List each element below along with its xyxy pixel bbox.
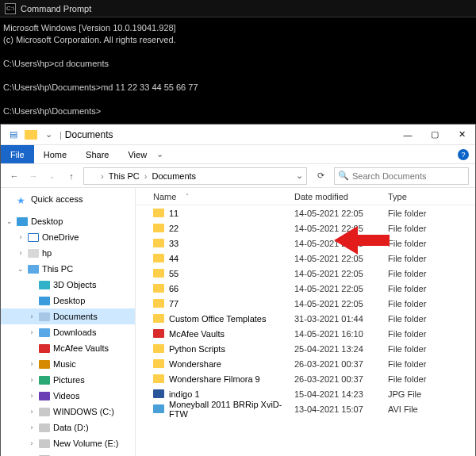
mv-icon <box>39 344 50 353</box>
breadcrumb-thispc[interactable]: This PC <box>106 171 142 181</box>
qat-customize-icon[interactable]: ⌄ <box>40 127 56 143</box>
cloud-icon <box>28 233 39 242</box>
expand-icon[interactable]: ⌄ <box>17 265 25 273</box>
tree-item[interactable]: ›★Quick access <box>1 191 135 207</box>
search-input[interactable]: 🔍 Search Documents <box>334 167 469 185</box>
file-type: File folder <box>382 329 475 339</box>
file-row[interactable]: 7714-05-2021 22:05File folder <box>136 296 475 311</box>
expand-icon[interactable]: › <box>28 439 36 447</box>
expand-icon[interactable]: › <box>17 233 25 241</box>
expand-icon[interactable]: › <box>17 249 25 257</box>
breadcrumb-documents[interactable]: Documents <box>149 171 198 181</box>
tab-file[interactable]: File <box>1 145 34 163</box>
tree-item-label: New Volume (E:) <box>53 439 119 448</box>
breadcrumb-dropdown-icon[interactable]: ⌄ <box>296 171 303 181</box>
file-type: AVI File <box>382 404 475 414</box>
file-row[interactable]: 5514-05-2021 22:05File folder <box>136 266 475 281</box>
tree-item[interactable]: ›hp <box>1 245 135 261</box>
desk-icon <box>17 217 28 226</box>
nav-up-button[interactable]: ↑ <box>64 169 79 183</box>
ribbon-expand-icon[interactable]: ⌄ <box>156 145 168 163</box>
tree-item[interactable]: ⌄This PC <box>1 261 135 277</box>
tree-item[interactable]: ›Data (D:) <box>1 420 135 435</box>
tree-item[interactable]: ›New Volume (E:) <box>1 435 135 451</box>
file-row[interactable]: Python Scripts25-04-2021 13:24File folde… <box>136 341 475 356</box>
file-type: File folder <box>382 224 475 233</box>
file-row[interactable]: Moneyball 2011 BRRip XviD-FTW13-04-2021 … <box>136 401 475 416</box>
tree-item[interactable]: ›3D Objects <box>1 277 135 293</box>
file-row[interactable]: 2214-05-2021 22:05File folder <box>136 220 475 236</box>
file-date: 14-05-2021 22:05 <box>294 224 382 233</box>
file-row[interactable]: 1114-05-2021 22:05File folder <box>136 205 475 220</box>
ribbon-tabs: File Home Share View ⌄ ? <box>1 145 475 164</box>
qat-properties-icon[interactable]: ▤ <box>6 127 21 143</box>
nav-back-button[interactable]: ← <box>7 169 21 183</box>
refresh-button[interactable]: ⟳ <box>312 167 329 185</box>
tree-item-label: hp <box>42 248 52 258</box>
vid-icon <box>39 392 50 400</box>
help-button[interactable]: ? <box>458 145 469 163</box>
close-button[interactable]: ✕ <box>448 126 475 144</box>
column-name[interactable]: Name ˄ <box>136 192 294 201</box>
tree-item-label: Downloads <box>53 328 96 337</box>
column-headers[interactable]: Name ˄ Date modified Type <box>136 188 475 205</box>
tree-item-label: McAfee Vaults <box>53 343 109 353</box>
maximize-button[interactable]: ▢ <box>421 126 448 144</box>
qat-new-folder-icon[interactable] <box>23 127 39 143</box>
expand-icon[interactable]: › <box>28 328 36 336</box>
tree-item-label: Desktop <box>53 296 85 305</box>
expand-icon[interactable]: ⌄ <box>6 217 13 225</box>
folder-icon <box>153 374 164 383</box>
nav-recent-dropdown[interactable]: ⌄ <box>45 169 60 183</box>
file-list-pane: Name ˄ Date modified Type 1114-05-2021 2… <box>136 188 475 456</box>
tree-item[interactable]: ⌄Desktop <box>1 213 135 229</box>
tree-item[interactable]: ›Pictures <box>1 372 135 388</box>
explorer-title: Documents <box>65 129 113 140</box>
minimize-button[interactable]: — <box>394 126 421 144</box>
nav-tree[interactable]: ›★Quick access⌄Desktop›OneDrive›hp⌄This … <box>1 188 136 456</box>
nav-forward-button[interactable]: → <box>26 169 40 183</box>
column-type[interactable]: Type <box>382 192 475 201</box>
tab-view[interactable]: View <box>118 145 156 163</box>
expand-icon[interactable]: › <box>28 360 36 368</box>
file-name: 55 <box>169 269 178 278</box>
file-type: JPG File <box>382 389 475 399</box>
file-row[interactable]: Wondershare26-03-2021 00:37File folder <box>136 356 475 371</box>
file-row[interactable]: McAfee Vaults14-05-2021 16:10File folder <box>136 326 475 341</box>
tree-item[interactable]: ›DVD RW Drive (F:) <box>1 451 135 456</box>
tree-item[interactable]: ›Documents <box>1 308 135 324</box>
tab-share[interactable]: Share <box>76 145 118 163</box>
explorer-titlebar[interactable]: ▤ ⌄ | Documents — ▢ ✕ <box>1 125 475 145</box>
file-row[interactable]: 6614-05-2021 22:05File folder <box>136 281 475 296</box>
expand-icon[interactable]: › <box>28 392 36 400</box>
file-type: File folder <box>382 209 475 218</box>
file-date: 14-05-2021 22:05 <box>294 269 382 278</box>
file-row[interactable]: Custom Office Templates31-03-2021 01:44F… <box>136 311 475 326</box>
docs-icon <box>39 312 50 321</box>
tree-item[interactable]: ›Videos <box>1 388 135 404</box>
cmd-titlebar[interactable]: C:\ Command Prompt <box>0 0 476 17</box>
tab-home[interactable]: Home <box>34 145 76 163</box>
tree-item[interactable]: ›Desktop <box>1 293 135 308</box>
column-date[interactable]: Date modified <box>294 192 382 201</box>
expand-icon[interactable]: › <box>28 376 36 384</box>
tree-item-label: Quick access <box>31 194 83 204</box>
expand-icon[interactable]: › <box>28 408 36 416</box>
tree-item[interactable]: ›McAfee Vaults <box>1 340 135 356</box>
expand-icon[interactable]: › <box>28 423 36 431</box>
folder-icon <box>153 314 164 323</box>
folder-icon <box>153 359 164 368</box>
folder-icon <box>153 209 164 217</box>
file-name: 44 <box>169 254 178 263</box>
hp-icon <box>28 249 39 258</box>
file-row[interactable]: 3314-05-2021 22:05File folder <box>136 236 475 251</box>
file-row[interactable]: 4414-05-2021 22:05File folder <box>136 251 475 266</box>
tree-item[interactable]: ›WINDOWS (C:) <box>1 404 135 420</box>
tree-item[interactable]: ›Downloads <box>1 324 135 340</box>
cmd-output[interactable]: Microsoft Windows [Version 10.0.19041.92… <box>0 17 476 125</box>
tree-item[interactable]: ›OneDrive <box>1 229 135 245</box>
file-row[interactable]: Wondershare Filmora 926-03-2021 00:37Fil… <box>136 371 475 386</box>
address-breadcrumb[interactable]: › This PC › Documents ⌄ <box>83 167 307 185</box>
expand-icon[interactable]: › <box>28 312 36 320</box>
tree-item[interactable]: ›Music <box>1 356 135 372</box>
